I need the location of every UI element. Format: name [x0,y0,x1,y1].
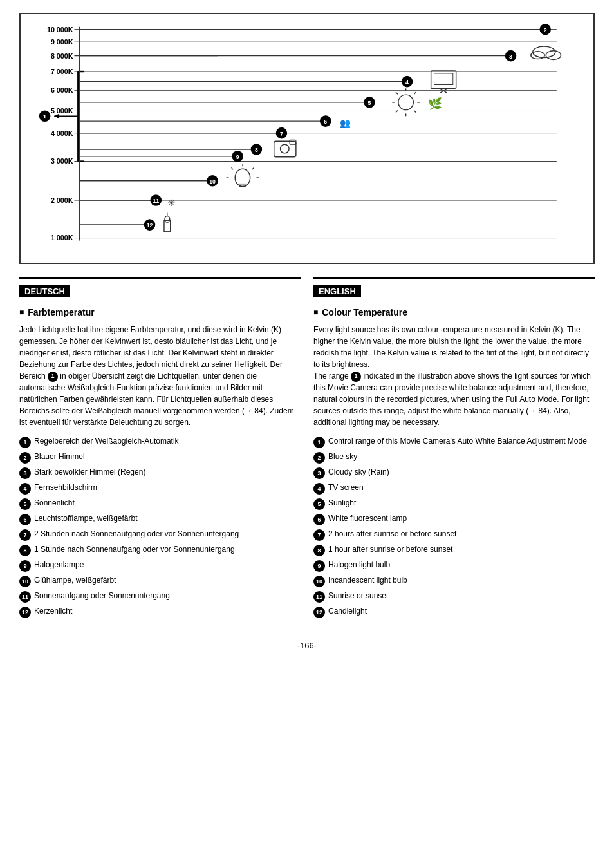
english-section-title: Colour Temperature [313,307,595,317]
deutsch-item-7: 7 2 Stunden nach Sonnenaufgang oder vor … [19,529,301,541]
en-item-num-11: 11 [313,591,325,603]
english-main-text: Every light source has its own colour te… [313,324,595,428]
page-container: 10 000K 9 000K 8 000K 7 000K 6 000K 5 00… [0,0,614,663]
svg-text:5 000K: 5 000K [51,107,73,115]
svg-text:2 000K: 2 000K [51,196,73,204]
en-item-num-5: 5 [313,498,325,510]
svg-text:🌿: 🌿 [428,97,442,111]
svg-text:6: 6 [324,118,327,125]
english-item-11: 11 Sunrise or sunset [313,590,595,603]
item-num-10: 10 [19,576,31,587]
svg-text:4: 4 [405,79,409,86]
svg-line-79 [231,167,233,169]
svg-rect-66 [274,141,296,156]
deutsch-item-6: 6 Leuchtstofflampe, weißgefärbt [19,513,301,525]
en-item-num-12: 12 [313,607,325,618]
item-num-7: 7 [19,529,31,541]
english-item-5: 5 Sunlight [313,498,595,510]
en-item-num-4: 4 [313,483,325,495]
diagram-svg: 10 000K 9 000K 8 000K 7 000K 6 000K 5 00… [27,21,584,253]
item-num-4: 4 [19,483,31,495]
item-num-3: 3 [19,467,31,479]
deutsch-item-3: 3 Stark bewölkter Himmel (Regen) [19,467,301,479]
deutsch-item-11: 11 Sonnenaufgang oder Sonnenuntergang [19,590,301,603]
svg-text:8: 8 [255,147,258,153]
deutsch-item-10: 10 Glühlampe, weißgefärbt [19,575,301,587]
deutsch-item-9: 9 Halogenlampe [19,560,301,572]
english-item-list: 1 Control range of this Movie Camera's A… [313,436,595,618]
svg-point-91 [165,216,170,222]
svg-text:12: 12 [147,222,153,229]
deutsch-item-4: 4 Fernsehbildschirm [19,482,301,495]
svg-text:8 000K: 8 000K [51,52,73,60]
inline-num-1-en: 1 [351,372,361,382]
english-item-2: 2 Blue sky [313,451,595,464]
svg-text:6 000K: 6 000K [51,86,73,94]
svg-text:3 000K: 3 000K [51,157,73,165]
svg-line-53 [414,92,416,94]
diagram-box: 10 000K 9 000K 8 000K 7 000K 6 000K 5 00… [19,13,595,264]
deutsch-item-5: 5 Sonnenlicht [19,498,301,510]
deutsch-main-text: Jede Lichtquelle hat ihre eigene Farbtem… [19,324,301,428]
english-item-10: 10 Incandescent light bulb [313,575,595,587]
svg-text:2: 2 [544,27,547,33]
deutsch-item-8: 8 1 Stunde nach Sonnenaufgang oder vor S… [19,544,301,556]
deutsch-section-title: Farbtemperatur [19,307,301,317]
item-num-5: 5 [19,498,31,510]
svg-text:5: 5 [368,100,371,106]
svg-text:👥: 👥 [340,118,351,129]
svg-line-51 [396,92,398,94]
svg-text:7: 7 [280,131,283,137]
svg-rect-68 [290,140,296,144]
english-item-4: 4 TV screen [313,482,595,495]
en-item-num-2: 2 [313,452,325,464]
item-num-2: 2 [19,452,31,464]
svg-text:7 000K: 7 000K [51,68,73,75]
item-num-8: 8 [19,545,31,556]
english-item-7: 7 2 hours after sunrise or before sunset [313,529,595,541]
svg-text:10: 10 [209,178,216,185]
english-header: ENGLISH [313,285,361,297]
en-item-num-1: 1 [313,437,325,448]
en-item-num-3: 3 [313,467,325,479]
en-item-num-10: 10 [313,576,325,587]
deutsch-item-12: 12 Kerzenlicht [19,606,301,618]
english-item-1: 1 Control range of this Movie Camera's A… [313,436,595,448]
svg-point-46 [398,95,413,109]
item-num-9: 9 [19,560,31,572]
svg-text:9: 9 [236,154,239,160]
svg-text:1 000K: 1 000K [51,234,73,241]
deutsch-header: DEUTSCH [19,285,70,297]
svg-text:1: 1 [43,113,47,120]
deutsch-item-list: 1 Regelbereich der Weißabgleich-Automati… [19,436,301,618]
english-item-6: 6 White fluorescent lamp [313,513,595,525]
english-item-3: 3 Cloudy sky (Rain) [313,467,595,479]
english-item-8: 8 1 hour after sunrise or before sunset [313,544,595,556]
english-item-12: 12 Candlelight [313,606,595,618]
svg-line-54 [396,111,398,113]
item-num-1: 1 [19,437,31,448]
svg-text:9 000K: 9 000K [51,38,73,46]
svg-text:☀: ☀ [167,198,176,208]
deutsch-column: DEUTSCH Farbtemperatur Jede Lichtquelle … [19,277,301,621]
svg-text:10 000K: 10 000K [47,26,73,33]
svg-point-35 [531,52,544,59]
two-column-layout: DEUTSCH Farbtemperatur Jede Lichtquelle … [19,277,595,621]
english-item-9: 9 Halogen light bulb [313,560,595,572]
svg-text:11: 11 [153,198,159,204]
en-item-num-9: 9 [313,560,325,572]
item-num-11: 11 [19,591,31,603]
svg-rect-40 [434,73,453,85]
deutsch-item-2: 2 Blauer Himmel [19,451,301,464]
svg-point-67 [280,144,289,153]
deutsch-item-1: 1 Regelbereich der Weißabgleich-Automati… [19,436,301,448]
item-num-12: 12 [19,607,31,618]
english-column: ENGLISH Colour Temperature Every light s… [313,277,595,621]
svg-line-80 [252,167,254,169]
page-number: -166- [19,641,595,650]
svg-text:4 000K: 4 000K [51,129,73,137]
svg-line-52 [414,111,416,113]
en-item-num-6: 6 [313,514,325,525]
item-num-6: 6 [19,514,31,525]
svg-text:3: 3 [509,53,512,60]
